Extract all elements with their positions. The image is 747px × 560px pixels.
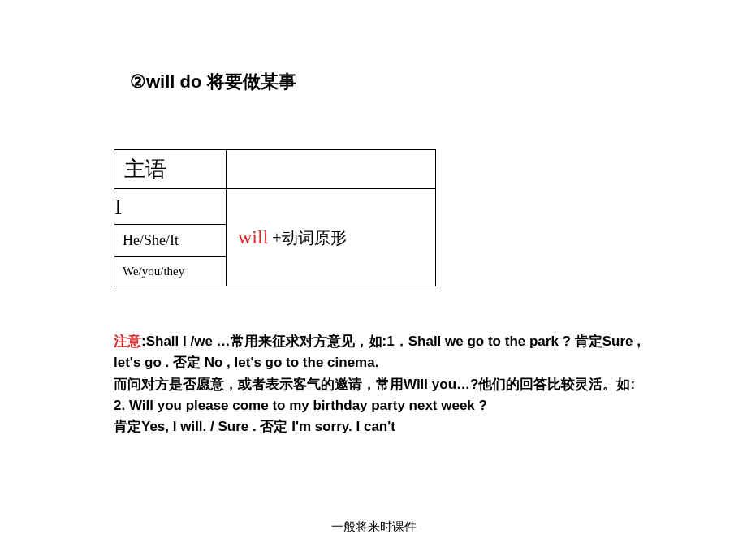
subject-hesheit-cell: He/She/It: [114, 225, 227, 257]
subject-i-cell: I: [114, 189, 227, 225]
note-block: 注意:Shall I /we …常用来征求对方意见，如:1．Shall we g…: [114, 331, 650, 438]
grammar-table: 主语 I will +动词原形 He/She/It We/you/they: [114, 149, 436, 286]
subject-header-cell: 主语: [114, 150, 227, 189]
note-p2b: 问对方是否愿意: [127, 377, 224, 392]
slide-footer: 一般将来时课件: [0, 519, 747, 535]
note-p1a: Shall I /we …常用来: [146, 334, 272, 349]
slide: ②will do 将要做某事 主语 I will +动词原形 He/She/It…: [0, 0, 747, 560]
note-p2e: ，常用Will you…?他们的回答比较灵活。如:: [362, 377, 635, 392]
will-keyword: will: [238, 226, 268, 248]
note-p1b: 征求对方意见: [272, 334, 355, 349]
note-p3: 2. Will you please come to my birthday p…: [114, 398, 487, 413]
note-p2d: 表示客气的邀请: [266, 377, 362, 392]
formula-header-cell: [227, 150, 436, 189]
note-p2a: 而: [114, 377, 127, 392]
formula-rest: +动词原形: [268, 229, 346, 247]
note-label: 注意: [114, 334, 141, 349]
formula-cell: will +动词原形: [227, 189, 436, 286]
section-heading: ②will do 将要做某事: [130, 70, 296, 94]
note-p2c: ，或者: [224, 377, 266, 392]
note-p4: 肯定Yes, I will. / Sure . 否定 I'm sorry. I …: [114, 419, 395, 434]
subject-weyouthey-cell: We/you/they: [114, 257, 227, 286]
